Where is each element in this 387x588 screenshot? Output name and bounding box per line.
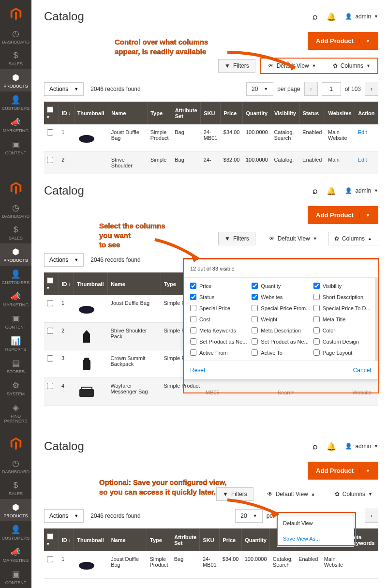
column-toggle[interactable]: Special Price From... — [252, 305, 309, 311]
sidebar-item-products[interactable]: ⬢PRODUCTS — [0, 499, 31, 521]
default-view-option[interactable]: Default View — [277, 515, 354, 531]
sidebar-item-content[interactable]: ▣CONTENT — [0, 136, 31, 158]
row-checkbox[interactable] — [47, 129, 53, 136]
table-row[interactable]: 1 Joust Duffle Bag Simple Product Bag 24… — [44, 551, 378, 579]
sidebar-item-dashboard[interactable]: ◷DASHBOARD — [0, 199, 31, 222]
search-icon[interactable]: ⌕ — [313, 186, 318, 196]
page-input[interactable] — [322, 82, 341, 96]
add-product-button[interactable]: Add Product▼ — [308, 32, 378, 50]
sidebar-item-marketing[interactable]: 📣MARKETING — [0, 114, 31, 136]
col-thumbnail[interactable]: Thumbnail — [74, 528, 108, 551]
select-all-checkbox[interactable] — [47, 533, 53, 540]
sidebar-item-customers[interactable]: 👤CUSTOMERS — [0, 521, 31, 543]
col-type[interactable]: Type — [147, 528, 171, 551]
table-row[interactable]: 1 Joust Duffle Bag Simple Product Bag 24… — [44, 124, 378, 152]
col-sites[interactable]: Websites — [325, 102, 355, 124]
bell-icon[interactable]: 🔔 — [327, 186, 336, 196]
sidebar-item-customers[interactable]: 👤CUSTOMERS — [0, 266, 31, 288]
col-status[interactable]: Status — [299, 102, 325, 124]
col-name[interactable]: Name — [108, 528, 147, 551]
filters-button[interactable]: ▼Filters — [218, 232, 255, 245]
col-id[interactable]: ID↓ — [59, 528, 74, 551]
sidebar-item-products[interactable]: ⬢PRODUCTS — [0, 243, 31, 266]
prev-page-button[interactable]: ‹ — [304, 82, 318, 96]
col-thumbnail[interactable]: Thumbnail — [74, 102, 108, 124]
row-checkbox[interactable] — [47, 328, 53, 334]
row-checkbox[interactable] — [47, 355, 53, 362]
column-toggle[interactable]: Custom Design — [313, 338, 371, 345]
column-toggle[interactable]: Page Layout — [313, 349, 371, 356]
sidebar-item-marketing[interactable]: 📣MARKETING — [0, 543, 31, 566]
column-toggle[interactable]: Meta Keywords — [190, 327, 248, 333]
column-toggle[interactable]: Short Description — [313, 294, 371, 300]
column-toggle[interactable]: Special Price — [190, 305, 248, 311]
sidebar-item-dashboard[interactable]: ◷DASHBOARD — [0, 455, 31, 477]
col-vis[interactable]: Visibility — [271, 102, 299, 124]
column-toggle[interactable]: Color — [313, 327, 371, 333]
col-name[interactable]: Name — [108, 272, 161, 295]
sidebar-item-content[interactable]: ▣CONTENT — [0, 310, 31, 332]
sidebar-item-marketing[interactable]: 📣MARKETING — [0, 288, 31, 310]
add-product-button[interactable]: Add Product▼ — [308, 206, 378, 224]
table-row[interactable]: 2 Strive Shoulder Simple Bag 24- $32.00 … — [44, 152, 378, 175]
add-product-button[interactable]: Add Product▼ — [308, 462, 378, 480]
user-menu[interactable]: 👤admin▼ — [345, 13, 378, 20]
bell-icon[interactable]: 🔔 — [327, 442, 336, 451]
column-toggle[interactable]: Special Price To D... — [313, 305, 371, 311]
row-checkbox[interactable] — [47, 157, 53, 163]
column-toggle[interactable]: Set Product as Ne... — [252, 338, 309, 345]
edit-link[interactable]: Edit — [355, 124, 378, 152]
column-toggle[interactable]: Cost — [190, 316, 248, 322]
sidebar-item-content[interactable]: ▣CONTENT — [0, 566, 31, 588]
column-toggle[interactable]: Quantity — [252, 283, 309, 289]
next-page-button[interactable]: › — [365, 82, 378, 96]
column-toggle[interactable]: Active From — [190, 349, 248, 356]
sidebar-item-stores[interactable]: ▤STORES — [0, 355, 31, 377]
col-id[interactable]: ID↓ — [59, 272, 74, 295]
actions-dropdown[interactable]: Actions▼ — [44, 253, 84, 267]
col-type[interactable]: Type — [148, 102, 172, 124]
col-sku[interactable]: SKU — [200, 528, 220, 551]
col-attrset[interactable]: Attribute Set — [172, 102, 200, 124]
column-toggle[interactable]: Visibility — [313, 283, 371, 289]
row-checkbox[interactable] — [47, 300, 53, 306]
col-sku[interactable]: SKU — [201, 102, 221, 124]
default-view-dropdown[interactable]: 👁Default View▼ — [263, 232, 323, 245]
col-price[interactable]: Price — [220, 528, 242, 551]
col-thumbnail[interactable]: Thumbnail — [74, 272, 108, 295]
column-toggle[interactable]: Meta Description — [252, 327, 309, 333]
row-checkbox[interactable] — [47, 556, 53, 562]
actions-dropdown[interactable]: Actions▼ — [44, 82, 84, 96]
actions-dropdown[interactable]: Actions▼ — [44, 509, 84, 523]
sidebar-item-reports[interactable]: 📊REPORTS — [0, 332, 31, 355]
sidebar-item-system[interactable]: ⚙SYSTEM — [0, 377, 31, 399]
cancel-link[interactable]: Cancel — [353, 367, 371, 374]
columns-dropdown[interactable]: ✿Columns▼ — [329, 488, 378, 500]
select-all-checkbox[interactable] — [47, 277, 53, 284]
reset-link[interactable]: Reset — [190, 367, 205, 374]
caret-down-icon[interactable]: ▼ — [359, 39, 370, 44]
col-name[interactable]: Name — [108, 102, 148, 124]
user-menu[interactable]: 👤admin▼ — [345, 443, 378, 450]
user-menu[interactable]: 👤admin▼ — [345, 187, 378, 194]
row-checkbox[interactable] — [47, 383, 53, 389]
edit-link[interactable]: Edit — [355, 152, 378, 175]
sidebar-item-dashboard[interactable]: ◷DASHBOARD — [0, 25, 31, 47]
sidebar-item-sales[interactable]: $SALES — [0, 477, 31, 499]
column-toggle[interactable]: Active To — [252, 349, 309, 356]
columns-dropdown[interactable]: ✿Columns▼ — [327, 60, 376, 72]
column-toggle[interactable]: Price — [190, 283, 248, 289]
column-toggle[interactable]: Status — [190, 294, 248, 300]
column-toggle[interactable]: Set Product as Ne... — [190, 338, 248, 345]
col-id[interactable]: ID↓ — [59, 102, 74, 124]
column-toggle[interactable]: Weight — [252, 316, 309, 322]
columns-dropdown[interactable]: ✿Columns▲ — [328, 232, 378, 245]
col-qty[interactable]: Quantity — [242, 528, 270, 551]
sidebar-item-sales[interactable]: $SALES — [0, 47, 31, 69]
col-attrset[interactable]: Attribute Set — [171, 528, 200, 551]
per-page-select[interactable]: 20▼ — [246, 82, 273, 96]
search-icon[interactable]: ⌕ — [313, 12, 318, 22]
search-icon[interactable]: ⌕ — [313, 441, 318, 452]
save-view-as-option[interactable]: Save View As... — [277, 531, 354, 546]
select-all-checkbox[interactable] — [47, 106, 53, 113]
